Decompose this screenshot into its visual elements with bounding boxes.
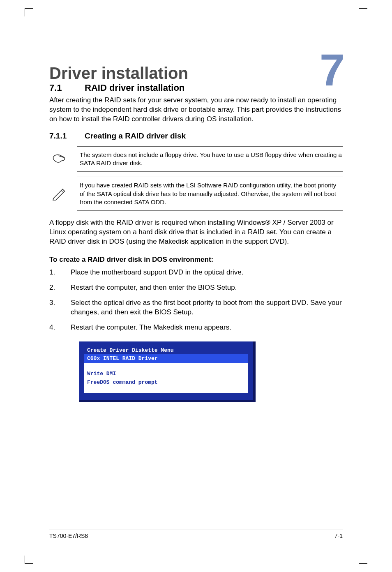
step-item: Place the motherboard support DVD in the… bbox=[49, 268, 343, 277]
footer-right: 7-1 bbox=[334, 533, 343, 539]
crop-mark bbox=[25, 8, 33, 16]
procedure-steps: Place the motherboard support DVD in the… bbox=[49, 268, 343, 332]
hand-point-icon bbox=[49, 151, 69, 167]
step-item: Select the optical drive as the first bo… bbox=[49, 298, 343, 317]
step-text: Restart the computer, and then enter the… bbox=[71, 283, 343, 293]
body-paragraph: A floppy disk with the RAID driver is re… bbox=[49, 218, 343, 247]
step-text: Place the motherboard support DVD in the… bbox=[71, 268, 343, 277]
note-pencil-text: If you have created RAID sets with the L… bbox=[80, 181, 343, 206]
pencil-icon bbox=[49, 186, 69, 202]
crop-mark bbox=[25, 556, 33, 564]
step-item: Restart the computer. The Makedisk menu … bbox=[49, 323, 343, 332]
note-hand-text: The system does not include a floppy dri… bbox=[80, 151, 343, 168]
crop-mark bbox=[359, 556, 367, 564]
menu-selected-item: C60x INTEL RAID Driver bbox=[84, 354, 248, 363]
step-item: Restart the computer, and then enter the… bbox=[49, 283, 343, 293]
menu-item: FreeDOS command prompt bbox=[84, 378, 248, 387]
note-pencil: If you have created RAID sets with the L… bbox=[77, 177, 343, 211]
footer-left: TS700-E7/RS8 bbox=[49, 533, 88, 539]
section-number: 7.1 bbox=[49, 83, 85, 93]
crop-mark bbox=[359, 8, 367, 16]
page-content: Driver installation 7 7.1RAID driver ins… bbox=[49, 49, 343, 539]
chapter-number: 7 bbox=[320, 49, 345, 90]
subsection-number: 7.1.1 bbox=[49, 131, 85, 141]
step-text: Restart the computer. The Makedisk menu … bbox=[71, 323, 343, 332]
menu-item: Write DMI bbox=[84, 369, 248, 378]
step-text: Select the optical drive as the first bo… bbox=[71, 298, 343, 317]
note-hand: The system does not include a floppy dri… bbox=[77, 146, 343, 172]
makedisk-menu: Create Driver Diskette Menu C60x INTEL R… bbox=[79, 341, 256, 402]
section-intro: After creating the RAID sets for your se… bbox=[49, 96, 343, 124]
section-heading: 7.1RAID driver installation bbox=[49, 83, 343, 93]
subsection-heading: 7.1.1Creating a RAID driver disk bbox=[49, 131, 343, 141]
page-footer: TS700-E7/RS8 7-1 bbox=[49, 530, 343, 539]
subsection-title: Creating a RAID driver disk bbox=[85, 131, 186, 140]
section-title: RAID driver installation bbox=[85, 83, 184, 93]
chapter-title: Driver installation bbox=[49, 49, 188, 83]
procedure-heading: To create a RAID driver disk in DOS envi… bbox=[49, 256, 343, 264]
menu-inner: Create Driver Diskette Menu C60x INTEL R… bbox=[84, 346, 248, 393]
menu-title: Create Driver Diskette Menu bbox=[84, 346, 248, 354]
